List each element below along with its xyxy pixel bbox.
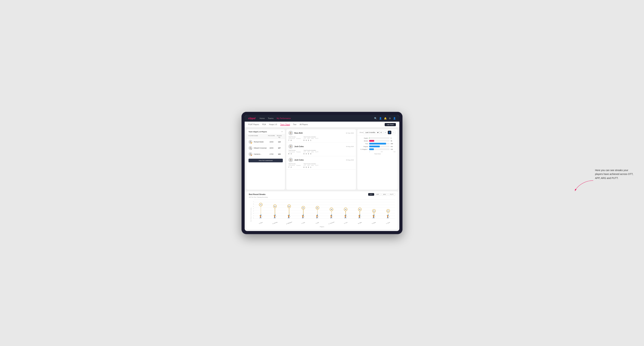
player-avg: 110	[276, 141, 283, 143]
bar-label: Pars	[360, 143, 368, 145]
bell-icon[interactable]: 🔔	[384, 117, 387, 120]
filter-arg[interactable]: ARG	[382, 193, 388, 196]
bar-track	[369, 146, 390, 147]
rounds-group: Total Rounds Tournament Practice 7 6	[288, 136, 301, 141]
player-name: Josh Coles	[294, 146, 304, 148]
streak-badge: 5x	[302, 206, 305, 209]
bar-label: D. Bogeys +	[360, 149, 368, 150]
player-col: 4x 🏌	[338, 203, 353, 219]
col-pb-avg: PB AVG SQ	[276, 135, 283, 138]
player-row: 🏌 1 Richard Butler 19/20 110	[246, 139, 285, 145]
practice-group: Total Practice Activities OTT APP ARG PU…	[304, 163, 318, 168]
search-icon[interactable]: 🔍	[374, 117, 377, 120]
player-col: 3x 🏌	[367, 203, 381, 219]
avatar: 🏌	[288, 158, 293, 162]
bar-fill	[369, 146, 380, 147]
tablet-frame: clippd Home Teams My Performance 🔍 👤 🔔 ⚙…	[242, 112, 402, 234]
bar-track	[369, 148, 390, 150]
bar-axis: 0 200 400	[360, 151, 396, 152]
nav-icons: 🔍 👤 🔔 ⚙ 👤	[374, 117, 396, 120]
practice-group: Total Practice Activities OTT APP ARG PU…	[304, 150, 318, 155]
sub-nav-links: PGAT Players PGA Hcaps 1-5 Team Clippd T…	[248, 123, 385, 126]
chart-row-eagles: Eagles 3	[360, 137, 396, 139]
list-view-btn[interactable]: ≡	[384, 131, 387, 134]
player-avg: 107	[276, 147, 283, 149]
sub-nav-all-players[interactable]: All Players	[300, 123, 308, 126]
bar-chart: Eagles 3 Birdies 96 Pars	[357, 136, 398, 190]
bar-value: 131	[390, 149, 396, 150]
nav-home[interactable]: Home	[260, 117, 264, 120]
chart-row-birdies: Birdies 96	[360, 140, 396, 142]
player-avatar-small: 🏌	[259, 214, 263, 219]
filter-app[interactable]: APP	[375, 193, 381, 196]
bar-label: Birdies	[360, 140, 368, 142]
chart-subtitle: Off The Tee, Fairway Accuracy	[249, 196, 395, 198]
streak-badge: 6x	[273, 204, 277, 208]
bar-fill	[369, 140, 374, 142]
period-select[interactable]: Last 3 months	[364, 131, 380, 134]
chart-row-bogeys: Bogeys 311	[360, 146, 396, 147]
player-name: Richard Butler	[254, 141, 267, 143]
bar-fill	[369, 137, 370, 139]
avatar: 🏌 3	[248, 152, 252, 156]
section-title: Best Round Streaks	[249, 193, 266, 195]
sub-nav-tour[interactable]: Tour	[293, 123, 296, 126]
filter-ott[interactable]: OTT	[368, 193, 374, 196]
player-col: 6x 🏌	[268, 203, 282, 219]
avatar-icon[interactable]: 👤	[393, 117, 396, 120]
rounds-header: Tournament Practice	[288, 138, 301, 139]
middle-panel: 🏌 Rees Britt 02 Sep 2023 Total Rounds To…	[286, 129, 356, 190]
rounds-values: 7 6	[288, 140, 301, 141]
player-avatar-small: 🏌	[344, 214, 348, 219]
col-pb-score: PB SCORE	[267, 135, 276, 138]
bar-track	[369, 140, 390, 142]
player-col: 5x 🏌	[296, 203, 310, 219]
panel-title: Team Clippd | 14 Players	[248, 131, 267, 133]
player-card-header: 🏌 Rees Britt 02 Sep 2023	[288, 131, 354, 135]
sub-nav-pga[interactable]: PGA	[262, 123, 266, 126]
player-name: Josh Coles	[294, 159, 304, 161]
rank-badge: 2	[251, 149, 252, 150]
practice-values: 0 0 0 1	[304, 140, 318, 141]
sub-nav-hcaps[interactable]: Hcaps 1-5	[269, 123, 277, 126]
player-row: 🏌 2 Edward Crossman 18/20 107	[246, 145, 285, 151]
nav-my-performance[interactable]: My Performance	[277, 117, 291, 120]
player-name: Edward Crossman	[254, 147, 267, 149]
player-card: 🏌 Rees Britt 02 Sep 2023 Total Rounds To…	[286, 129, 356, 143]
player-score: 17/20	[267, 153, 276, 155]
bar-value: 499	[390, 143, 396, 145]
edit-icon[interactable]: ✏	[282, 131, 283, 133]
person-icon[interactable]: 👤	[379, 117, 382, 120]
bar-value: 311	[390, 146, 396, 147]
add-team-button[interactable]: Add Team	[385, 123, 396, 126]
player-col: 6x 🏌	[282, 203, 296, 219]
player-row: 🏌 3 Cameron... 17/20 103	[246, 151, 285, 157]
nav-teams[interactable]: Teams	[268, 117, 274, 120]
axis-label: 200	[380, 151, 383, 152]
avatar: 🏌	[288, 131, 293, 135]
nav-links: Home Teams My Performance	[260, 117, 374, 120]
player-date: 26 Aug 2023	[346, 159, 354, 161]
middle-panel-scroll: 🏌 Rees Britt 02 Sep 2023 Total Rounds To…	[286, 129, 356, 190]
rank-badge: 1	[251, 142, 252, 144]
player-stats: Total Rounds Tournament Practice 8 4	[288, 150, 354, 155]
alt-view-btn[interactable]: ↕	[392, 131, 396, 134]
player-name: Rees Britt	[294, 132, 302, 134]
col-player-name: PLAYER NAME	[248, 135, 267, 138]
filter-putt[interactable]: PUTT	[388, 193, 395, 196]
player-card: 🏌 Josh Coles 26 Aug 2023 Total Rounds To…	[286, 143, 356, 156]
sub-nav-team-clippd[interactable]: Team Clippd	[280, 123, 290, 126]
sub-nav-pgat[interactable]: PGAT Players	[248, 123, 259, 126]
grid-view-btn[interactable]: ⊞	[380, 131, 383, 134]
y-label: 5	[249, 206, 254, 207]
bar-fill	[369, 143, 386, 145]
view-full-leaderboard-button[interactable]: View Full Leaderboard	[248, 159, 283, 162]
left-panel: Team Clippd | 14 Players ✏ PLAYER NAME P…	[246, 129, 285, 190]
player-name: Cameron...	[254, 153, 267, 155]
bar-value: 96	[390, 140, 396, 142]
person-view-btn[interactable]: 👤	[388, 131, 391, 134]
streak-badge: 5x	[316, 206, 319, 209]
settings-icon[interactable]: ⚙	[389, 117, 391, 120]
player-avatar-small: 🏌	[386, 214, 390, 219]
annotation: Here you can see streaks your players ha…	[595, 168, 634, 180]
